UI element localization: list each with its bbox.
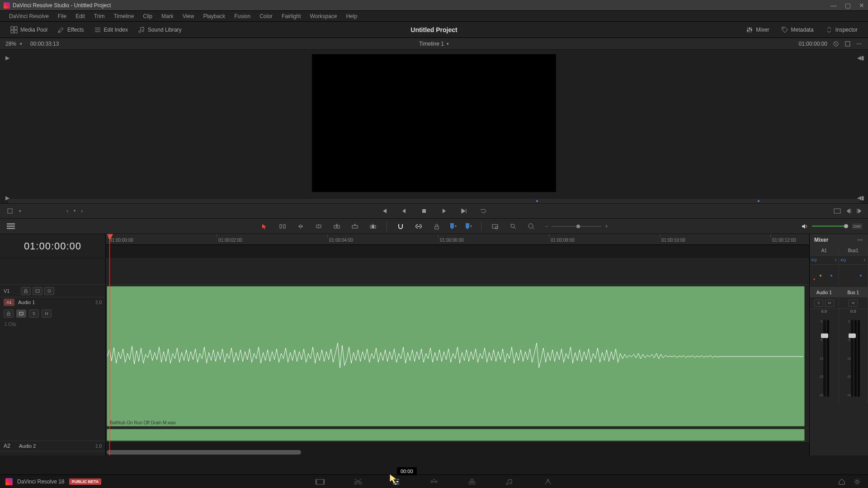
a1-lane[interactable]: Bathtub On Run Off Drain M.wav	[106, 285, 809, 428]
menu-trim[interactable]: Trim	[90, 13, 109, 19]
zoom-slider[interactable]: − +	[545, 223, 608, 230]
inspector-toggle[interactable]: Inspector	[821, 24, 863, 35]
a2-name[interactable]: Audio 2	[19, 443, 36, 449]
record-timecode[interactable]: 01:00:00:00	[799, 41, 827, 47]
menu-davinci[interactable]: DaVinci Resolve	[5, 13, 53, 19]
detail-zoom-icon[interactable]	[509, 222, 518, 231]
options-icon[interactable]: ⋯	[856, 41, 863, 47]
a1-name[interactable]: Audio 1	[18, 300, 35, 305]
mixer-db-value[interactable]: 0.0	[810, 309, 839, 317]
blade-tool[interactable]	[314, 222, 323, 231]
a1-lock-button[interactable]	[4, 310, 14, 318]
zoom-in-icon[interactable]: +	[605, 223, 608, 230]
snap-toggle[interactable]	[396, 222, 405, 231]
home-icon[interactable]	[838, 478, 845, 485]
media-pool-toggle[interactable]: Media Pool	[5, 24, 52, 35]
settings-icon[interactable]	[854, 478, 861, 485]
menu-file[interactable]: File	[53, 13, 71, 19]
link-toggle[interactable]	[414, 222, 423, 231]
a1-auto-select-button[interactable]	[16, 310, 26, 318]
play-button[interactable]	[439, 206, 448, 216]
eq-label[interactable]: EQ	[811, 258, 817, 262]
a2-lane[interactable]	[106, 428, 809, 442]
fusion-page-button[interactable]	[429, 476, 439, 487]
menu-edit[interactable]: Edit	[71, 13, 90, 19]
trim-tool[interactable]	[278, 222, 287, 231]
dynamic-trim-tool[interactable]	[296, 222, 305, 231]
flag-dropdown[interactable]: ▾	[450, 223, 457, 230]
marker-dropdown[interactable]: ▾	[466, 223, 472, 230]
metadata-toggle[interactable]: Metadata	[776, 24, 819, 35]
prev-match-icon[interactable]: ▶	[4, 54, 11, 61]
mixer-fader[interactable]	[823, 320, 826, 397]
mixer-mute-button[interactable]: M	[849, 300, 858, 307]
next-frame-button[interactable]	[459, 206, 468, 216]
menu-color[interactable]: Color	[255, 13, 277, 19]
go-to-out-icon[interactable]	[856, 208, 863, 214]
prev-page-icon[interactable]: ‹	[66, 207, 69, 215]
dim-button[interactable]: DIM	[852, 223, 863, 230]
menu-clip[interactable]: Clip	[138, 13, 157, 19]
mixer-fader[interactable]	[851, 320, 854, 397]
prev-frame-button[interactable]	[400, 206, 409, 216]
arrow-tool[interactable]	[260, 222, 269, 231]
match-frame-icon[interactable]	[834, 208, 841, 214]
zoom-to-fit-icon[interactable]	[491, 222, 500, 231]
menu-help[interactable]: Help	[341, 13, 362, 19]
chevron-down-icon[interactable]: ▾	[18, 208, 22, 214]
close-button[interactable]: ✕	[859, 2, 864, 9]
menu-fusion[interactable]: Fusion	[230, 13, 255, 19]
a1-mute-button[interactable]: M	[42, 310, 52, 318]
stop-button[interactable]	[420, 206, 429, 216]
speaker-icon[interactable]	[801, 223, 808, 230]
audio-clip-a2[interactable]	[107, 429, 805, 441]
mixer-toggle[interactable]: Mixer	[741, 24, 774, 35]
menu-fairlight[interactable]: Fairlight	[277, 13, 306, 19]
lock-toggle[interactable]	[432, 222, 441, 231]
audio-clip-a1[interactable]: Bathtub On Run Off Drain M.wav	[107, 286, 805, 427]
viewer-canvas[interactable]	[312, 54, 556, 192]
v1-auto-select-button[interactable]	[33, 287, 42, 295]
single-viewer-icon[interactable]	[844, 41, 851, 47]
a1-solo-button[interactable]: S	[29, 310, 39, 318]
eq-label[interactable]: EQ	[841, 258, 846, 262]
zoom-out-icon[interactable]: −	[545, 223, 548, 230]
chevron-down-icon[interactable]: ▾	[447, 42, 449, 46]
loop-button[interactable]	[479, 206, 488, 216]
menu-workspace[interactable]: Workspace	[306, 13, 342, 19]
media-page-button[interactable]	[315, 476, 326, 487]
effects-toggle[interactable]: Effects	[52, 24, 89, 35]
first-frame-button[interactable]	[380, 206, 389, 216]
cut-page-button[interactable]	[353, 476, 363, 487]
volume-slider[interactable]	[812, 225, 848, 227]
menu-timeline[interactable]: Timeline	[109, 13, 138, 19]
go-to-in-icon[interactable]	[845, 208, 852, 214]
zoom-percent[interactable]: 28%	[5, 41, 16, 47]
menu-view[interactable]: View	[178, 13, 199, 19]
maximize-button[interactable]: ▢	[845, 2, 851, 9]
insert-clip-icon[interactable]	[332, 222, 341, 231]
next-match-icon[interactable]: ◀▮	[857, 54, 864, 61]
custom-zoom-icon[interactable]	[527, 222, 536, 231]
fairlight-page-button[interactable]	[505, 476, 515, 487]
v1-label[interactable]: V1	[4, 288, 19, 294]
mixer-solo-button[interactable]: S	[814, 300, 823, 307]
replace-clip-icon[interactable]	[368, 222, 377, 231]
jog-bar[interactable]	[8, 199, 860, 203]
v1-disable-button[interactable]	[44, 287, 54, 295]
overwrite-clip-icon[interactable]	[350, 222, 359, 231]
menu-playback[interactable]: Playback	[198, 13, 230, 19]
bypass-icon[interactable]	[833, 41, 839, 47]
playhead-line[interactable]	[109, 234, 110, 455]
edit-index-toggle[interactable]: Edit Index	[89, 24, 133, 35]
chevron-down-icon[interactable]: ▾	[20, 42, 22, 46]
sound-library-toggle[interactable]: Sound Library	[133, 24, 187, 35]
eq-graph[interactable]	[810, 265, 839, 287]
v1-lane[interactable]	[106, 258, 809, 285]
timeline-name-label[interactable]: Timeline 1	[419, 41, 444, 47]
source-timecode[interactable]: 00:00:33:13	[30, 41, 59, 47]
v1-lock-button[interactable]	[21, 287, 31, 295]
menu-mark[interactable]: Mark	[157, 13, 178, 19]
horizontal-scrollbar[interactable]	[107, 450, 301, 455]
timeline-view-options-icon[interactable]	[5, 221, 16, 232]
